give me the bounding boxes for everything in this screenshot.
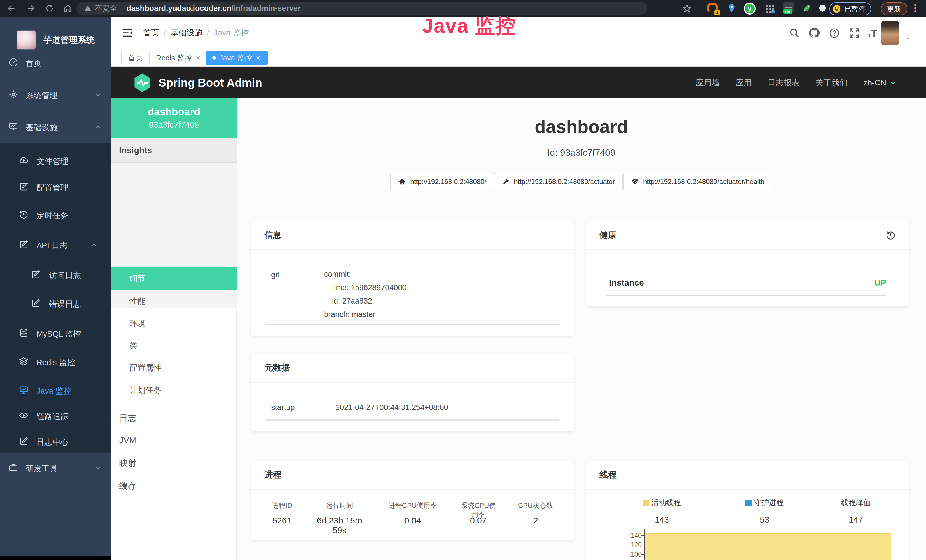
sidebar-item-system[interactable]: 系统管理 — [0, 80, 111, 109]
val-cpus: 2 — [497, 516, 574, 535]
forward-icon[interactable] — [26, 4, 35, 13]
sba-nav-applications[interactable]: 应用 — [736, 77, 752, 88]
health-divider — [606, 295, 886, 295]
sba-item-logs[interactable]: 日志 — [111, 407, 237, 429]
sba-item-classes[interactable]: 类 — [111, 334, 237, 357]
on-extension-icon[interactable]: on — [782, 2, 794, 12]
extension-orange-icon[interactable]: 1 — [707, 3, 718, 14]
sidebar-item-mysql[interactable]: MySQL 监控 — [0, 319, 111, 348]
sidebar-item-infra[interactable]: 基础设施 — [0, 112, 111, 141]
sba-instance-name: dashboard — [111, 106, 237, 118]
legend-value: 53 — [722, 515, 807, 525]
back-icon[interactable] — [7, 4, 16, 13]
reload-icon[interactable] — [45, 4, 54, 13]
sidebar-item-api-log[interactable]: API 日志 — [0, 230, 111, 259]
health-url-button[interactable]: http://192.168.0.2:48080/actuator/health — [623, 173, 772, 190]
service-url-button[interactable]: http://192.168.0.2:48080/ — [390, 173, 494, 190]
metadata-divider — [265, 419, 560, 421]
sba-item-label: 配置属性 — [130, 363, 162, 374]
address-bar[interactable]: 不安全 dashboard.yudao.iocoder.cn/infra/adm… — [76, 2, 648, 15]
sba-locale-label: zh-CN — [864, 78, 886, 87]
sba-item-label: 性能 — [130, 296, 145, 307]
app-sidebar: 芋道管理系统 首页 系统管理 基础设施 文件管理 配置管理 定时任务 — [0, 17, 111, 560]
breadcrumb-home[interactable]: 首页 — [143, 27, 159, 38]
sba-item-config-props[interactable]: 配置属性 — [111, 357, 237, 379]
tab-java[interactable]: Java 监控 — [206, 51, 268, 65]
sba-locale-select[interactable]: zh-CN — [864, 78, 897, 87]
sba-item-metrics[interactable]: 性能 — [111, 290, 237, 312]
gear-icon — [9, 89, 18, 99]
page-title: dashboard — [237, 116, 926, 137]
browser-menu-icon[interactable] — [914, 3, 916, 14]
app-title: 芋道管理系统 — [43, 34, 95, 46]
tick-mark — [640, 536, 645, 536]
sba-item-details[interactable]: 细节 — [111, 267, 237, 289]
page-tab-bar: 首页 Redis 监控 Java 监控 — [111, 48, 926, 67]
val-system-cpu: 0.07 — [459, 516, 498, 535]
monitor-icon — [19, 385, 29, 395]
pin-extension-icon[interactable] — [727, 3, 737, 14]
metadata-key: startup — [271, 403, 295, 412]
threads-area-chart — [645, 533, 891, 560]
y-extension-icon[interactable]: y — [744, 3, 756, 15]
sidebar-item-log-center[interactable]: 日志中心 — [0, 427, 111, 456]
sidebar-item-access-log[interactable]: 访问日志 — [0, 260, 111, 289]
home-icon — [398, 178, 406, 186]
sidebar-item-trace[interactable]: 链路追踪 — [0, 401, 111, 430]
health-instance-label: Instance — [609, 278, 644, 288]
sidebar-item-job[interactable]: 定时任务 — [0, 201, 111, 229]
legend-square-blue — [746, 499, 752, 506]
not-secure-warning-icon — [84, 4, 92, 12]
help-icon[interactable] — [829, 27, 840, 39]
legend-square-yellow — [643, 499, 649, 506]
tab-redis[interactable]: Redis 监控 — [150, 51, 207, 65]
bookmark-star-icon[interactable] — [682, 4, 692, 14]
sba-item-jvm[interactable]: JVM — [111, 429, 237, 452]
sba-item-caches[interactable]: 缓存 — [111, 474, 237, 497]
briefcase-icon — [9, 463, 18, 472]
sidebar-item-file[interactable]: 文件管理 — [0, 146, 111, 175]
sba-nav-journal[interactable]: 日志报表 — [768, 77, 800, 88]
health-status-badge: UP — [874, 278, 886, 288]
sidebar-item-error-log[interactable]: 错误日志 — [0, 289, 111, 318]
search-icon[interactable] — [789, 27, 800, 38]
close-icon[interactable] — [195, 55, 201, 61]
leaf-extension-icon[interactable] — [802, 3, 812, 13]
sidebar-item-config[interactable]: 配置管理 — [0, 173, 111, 201]
sidebar-item-java[interactable]: Java 监控 — [0, 376, 111, 404]
update-label: 更新 — [887, 4, 901, 14]
close-icon[interactable] — [255, 55, 261, 61]
paused-badge[interactable]: 已暂停 — [829, 2, 871, 15]
history-icon[interactable] — [885, 230, 896, 241]
user-avatar[interactable] — [881, 21, 899, 45]
home-icon[interactable] — [63, 4, 73, 13]
update-button[interactable]: 更新 — [881, 2, 908, 15]
hamburger-icon[interactable] — [121, 27, 133, 39]
avatar-caret-icon[interactable] — [905, 34, 911, 41]
sidebar-item-dev-tools[interactable]: 研发工具 — [0, 454, 111, 482]
sba-nav-about[interactable]: 关于我们 — [816, 77, 847, 88]
fullscreen-icon[interactable] — [849, 27, 860, 39]
grid-extension-icon[interactable] — [765, 3, 775, 14]
eye-icon — [19, 410, 29, 420]
extensions-puzzle-icon[interactable] — [818, 4, 827, 13]
tab-label: 首页 — [128, 53, 143, 63]
sidebar-item-redis[interactable]: Redis 监控 — [0, 348, 111, 376]
breadcrumb-infra[interactable]: 基础设施 — [171, 27, 203, 38]
sba-brand[interactable]: Spring Boot Admin — [133, 73, 262, 93]
url-host: dashboard.yudao.iocoder.cn — [127, 4, 232, 13]
sba-nav: 应用墙 应用 日志报表 关于我们 zh-CN — [696, 67, 897, 98]
sidebar-item-label: MySQL 监控 — [36, 328, 81, 339]
actuator-url-button[interactable]: http://192.168.0.2:48080/actuator — [495, 173, 623, 190]
sba-item-scheduled-tasks[interactable]: 计划任务 — [111, 379, 237, 401]
sba-nav-wall[interactable]: 应用墙 — [696, 77, 720, 88]
sba-instance-header[interactable]: dashboard 93a3fc7f7409 — [111, 98, 237, 138]
sba-item-mappings[interactable]: 映射 — [111, 452, 237, 474]
tab-home[interactable]: 首页 — [121, 51, 150, 65]
sba-item-environment[interactable]: 环境 — [111, 312, 237, 334]
font-size-icon[interactable]: тT — [867, 28, 877, 40]
github-icon[interactable] — [808, 27, 820, 39]
sidebar-item-home[interactable]: 首页 — [0, 48, 111, 77]
y-tick-140: 140 — [620, 532, 642, 539]
git-time-line: time: 1596289704000 — [324, 281, 406, 294]
